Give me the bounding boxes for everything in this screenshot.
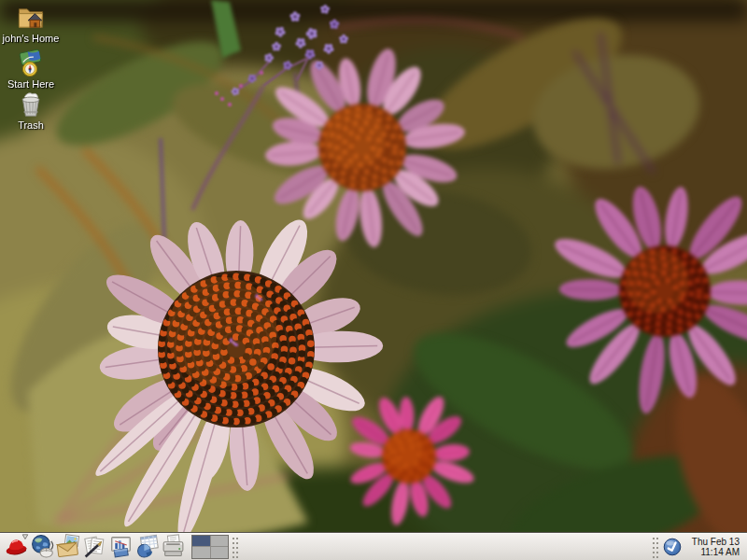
- bottom-panel: Thu Feb 13 11:14 AM: [0, 532, 747, 560]
- clock-date: Thu Feb 13: [687, 537, 740, 547]
- panel-drag-handle-right[interactable]: [651, 536, 659, 558]
- printer-button[interactable]: [160, 534, 186, 560]
- printer-icon: [161, 534, 186, 559]
- desktop-icon-label: john's Home: [3, 33, 60, 44]
- workspace-switcher[interactable]: [191, 535, 229, 559]
- desktop-wallpaper: [0, 0, 747, 560]
- trash-can-icon: [17, 91, 45, 119]
- monitor-chart-icon: [108, 534, 134, 559]
- workspace-cell-4[interactable]: [211, 547, 229, 558]
- desktop-icon-home[interactable]: john's Home: [1, 3, 61, 44]
- email-button[interactable]: [55, 534, 81, 560]
- pie-chart-sheet-icon: [134, 534, 160, 559]
- envelope-photo-icon: [56, 534, 81, 559]
- main-menu-button[interactable]: [3, 534, 29, 560]
- start-here-compass-icon: [16, 49, 46, 77]
- workspace-cell-3[interactable]: [192, 547, 210, 558]
- globe-mouse-icon: [30, 534, 55, 559]
- clock[interactable]: Thu Feb 13 11:14 AM: [684, 537, 744, 557]
- red-hat-icon: [4, 534, 29, 559]
- spreadsheet-button[interactable]: [134, 534, 160, 560]
- web-browser-button[interactable]: [29, 534, 55, 560]
- presentation-button[interactable]: [107, 534, 134, 560]
- home-folder-icon: [14, 3, 48, 32]
- update-check-icon: [662, 537, 683, 557]
- update-notification-icon[interactable]: [661, 536, 684, 558]
- desktop-icon-trash[interactable]: Trash: [1, 91, 61, 131]
- documents-pen-icon: [82, 534, 107, 559]
- clock-time: 11:14 AM: [687, 547, 740, 557]
- word-processor-button[interactable]: [81, 534, 107, 560]
- desktop-icon-label: Trash: [18, 119, 44, 131]
- desktop-icon-start-here[interactable]: Start Here: [1, 49, 61, 90]
- desktop-icon-label: Start Here: [7, 78, 54, 90]
- workspace-cell-2[interactable]: [211, 536, 229, 547]
- panel-drag-handle-left[interactable]: [231, 536, 239, 558]
- workspace-cell-1[interactable]: [192, 536, 210, 547]
